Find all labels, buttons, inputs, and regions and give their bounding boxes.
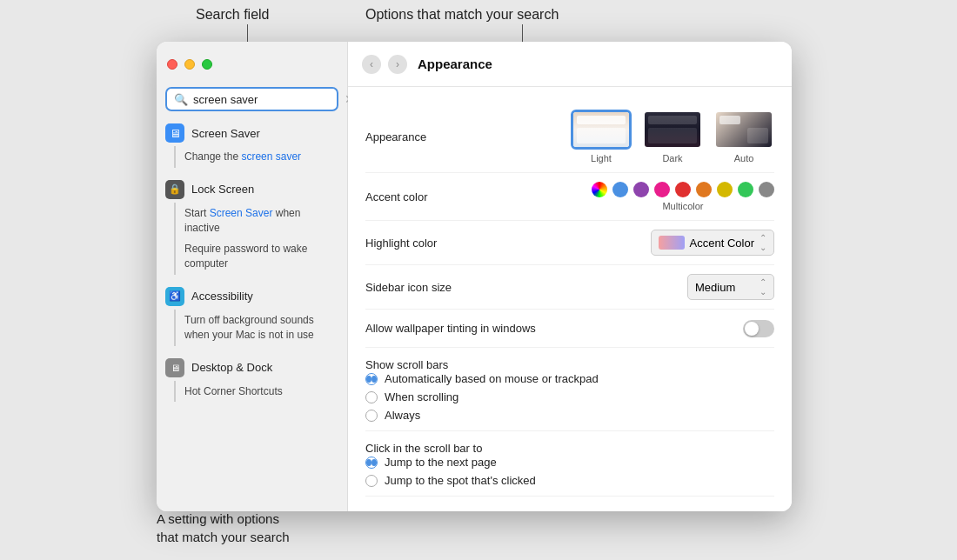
appearance-light[interactable]: Light [571, 110, 632, 163]
sidebar-item-desktop-dock[interactable]: 🖥 Desktop & Dock [157, 353, 347, 381]
accent-color-label: Accent color [365, 190, 539, 203]
highlight-color-dropdown[interactable]: Accent Color ⌃⌄ [651, 230, 774, 256]
sidebar-size-chevron-icon: ⌃⌄ [760, 277, 766, 297]
show-scroll-bars-label: Show scroll bars [365, 358, 448, 371]
desktop-dock-icon: 🖥 [165, 358, 184, 377]
sidebar-icon-size-label: Sidebar icon size [365, 281, 539, 294]
appearance-auto[interactable]: Auto [713, 110, 774, 163]
scroll-auto-option[interactable]: Automatically based on mouse or trackpad [365, 372, 774, 385]
search-icon: 🔍 [174, 93, 188, 106]
click-next-page-option[interactable]: Jump to the next page [365, 456, 774, 469]
lock-screen-label: Lock Screen [191, 183, 254, 196]
sidebar-section-screen-saver: 🖥 Screen Saver Change the screen saver [157, 118, 347, 171]
highlight-color-control: Accent Color ⌃⌄ [539, 230, 774, 256]
light-thumb-label: Light [591, 153, 612, 163]
annotation-bottom: A setting with options that match your s… [157, 510, 290, 546]
light-thumb-img [571, 110, 632, 150]
auto-thumb-visual [716, 112, 772, 147]
sidebar-sub-background-sounds[interactable]: Turn off background sounds when your Mac… [176, 310, 347, 346]
toggle-knob [745, 322, 759, 336]
accent-dot-multicolor[interactable] [592, 182, 607, 197]
highlight-color-setting-row: Highlight color Accent Color ⌃⌄ [365, 221, 774, 265]
accent-dot-orange[interactable] [696, 182, 712, 197]
accessibility-icon: ♿ [165, 287, 184, 306]
main-content: ‹ › Appearance Appearance [348, 42, 792, 511]
accent-dot-purple[interactable] [633, 182, 649, 197]
accent-color-control: Multicolor [539, 182, 774, 211]
screen-saver-subitems: Change the screen saver [174, 146, 347, 168]
sidebar: 🔍 ✕ 🖥 Screen Saver Change the screen sav… [157, 42, 348, 511]
wallpaper-tinting-label: Allow wallpaper tinting in windows [365, 322, 539, 335]
sidebar-sub-start-screen-saver[interactable]: Start Screen Saver when inactive [176, 203, 347, 239]
accessibility-label: Accessibility [191, 290, 253, 303]
scroll-always-option[interactable]: Always [365, 409, 774, 422]
accent-dot-graphite[interactable] [759, 182, 774, 197]
accent-dots [592, 182, 774, 197]
search-input[interactable] [193, 93, 339, 106]
highlight-color-value: Accent Color [690, 237, 754, 250]
sidebar-sub-hot-corner[interactable]: Hot Corner Shortcuts [176, 381, 347, 403]
sidebar-section-lock-screen: 🔒 Lock Screen Start Screen Saver when in… [157, 175, 347, 278]
wallpaper-tinting-control [539, 320, 774, 337]
appearance-label: Appearance [365, 130, 539, 143]
scroll-scrolling-radio[interactable] [365, 391, 378, 403]
sidebar-item-accessibility[interactable]: ♿ Accessibility [157, 282, 347, 310]
accent-dot-yellow[interactable] [717, 182, 733, 197]
page-title: Appearance [418, 57, 492, 71]
scroll-auto-label: Automatically based on mouse or trackpad [385, 372, 599, 385]
auto-thumb-label: Auto [734, 153, 754, 163]
show-scroll-bars-options: Automatically based on mouse or trackpad… [365, 372, 774, 422]
sidebar-icon-size-control: Medium ⌃⌄ [539, 274, 774, 300]
dark-thumb-img [642, 110, 703, 150]
appearance-setting-row: Appearance Light [365, 101, 774, 173]
desktop-dock-subitems: Hot Corner Shortcuts [174, 381, 347, 403]
annotation-options-match: Options that match your search [365, 7, 559, 23]
maximize-button[interactable] [202, 59, 212, 70]
click-scroll-bar-options: Jump to the next page Jump to the spot t… [365, 456, 774, 487]
scroll-always-radio[interactable] [365, 410, 378, 422]
show-scroll-bars-row: Show scroll bars Automatically based on … [365, 348, 774, 431]
accent-multicolor-label: Multicolor [592, 201, 774, 211]
screen-saver-icon: 🖥 [165, 123, 184, 143]
search-bar: 🔍 ✕ [165, 87, 338, 111]
sidebar-icon-size-dropdown[interactable]: Medium ⌃⌄ [687, 274, 774, 300]
highlight-color-label: Highlight color [365, 237, 539, 250]
accent-colors-group: Multicolor [592, 182, 774, 211]
wallpaper-tinting-toggle[interactable] [743, 320, 774, 337]
accent-color-setting-row: Accent color [365, 173, 774, 221]
back-button[interactable]: ‹ [362, 55, 381, 74]
main-window: 🔍 ✕ 🖥 Screen Saver Change the screen sav… [157, 42, 792, 511]
sidebar-sub-require-password[interactable]: Require password to wake computer [176, 238, 347, 275]
main-titlebar: ‹ › Appearance [348, 42, 792, 87]
screen-saver-label: Screen Saver [191, 127, 260, 140]
sidebar-section-desktop-dock: 🖥 Desktop & Dock Hot Corner Shortcuts [157, 353, 347, 406]
accent-dot-green[interactable] [738, 182, 753, 197]
lock-screen-icon: 🔒 [165, 180, 184, 199]
click-next-page-radio[interactable] [365, 457, 378, 469]
minimize-button[interactable] [184, 59, 195, 70]
auto-thumb-img [713, 110, 774, 150]
window-titlebar [157, 42, 347, 87]
click-spot-radio[interactable] [365, 475, 378, 487]
click-spot-option[interactable]: Jump to the spot that's clicked [365, 474, 774, 487]
appearance-control: Light Dark [539, 110, 774, 163]
accent-dot-red[interactable] [675, 182, 691, 197]
click-scroll-bar-label: Click in the scroll bar to [365, 442, 482, 455]
sidebar-item-lock-screen[interactable]: 🔒 Lock Screen [157, 175, 347, 203]
sidebar-icon-size-value: Medium [695, 281, 735, 294]
click-spot-label: Jump to the spot that's clicked [385, 474, 536, 487]
light-thumb-visual [573, 112, 629, 147]
scroll-scrolling-option[interactable]: When scrolling [365, 390, 774, 403]
appearance-dark[interactable]: Dark [642, 110, 703, 163]
annotation-search-field: Search field [196, 7, 270, 23]
sidebar-item-screen-saver[interactable]: 🖥 Screen Saver [157, 118, 347, 146]
scroll-auto-radio[interactable] [365, 373, 378, 385]
accent-dot-blue[interactable] [612, 182, 628, 197]
accent-dot-pink[interactable] [654, 182, 670, 197]
forward-button[interactable]: › [388, 55, 407, 74]
click-next-page-label: Jump to the next page [385, 456, 497, 469]
main-scroll-area[interactable]: Appearance Light [348, 87, 792, 511]
wallpaper-tinting-row: Allow wallpaper tinting in windows [365, 310, 774, 348]
sidebar-sub-change-screen-saver[interactable]: Change the screen saver [176, 146, 347, 168]
close-button[interactable] [167, 59, 177, 70]
